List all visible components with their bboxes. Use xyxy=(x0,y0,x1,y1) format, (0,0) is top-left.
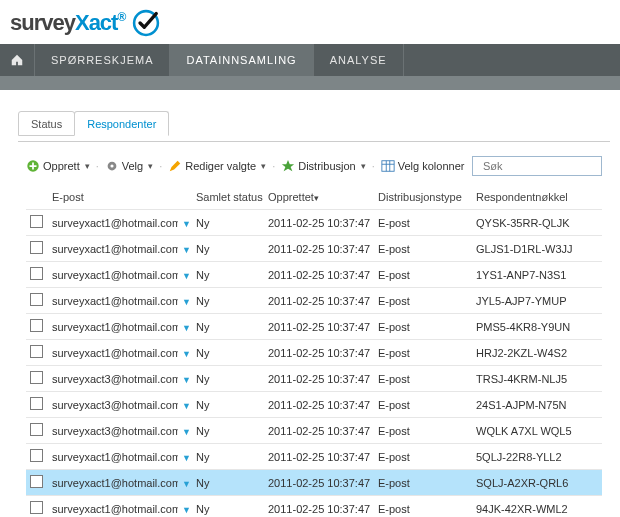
row-checkbox[interactable] xyxy=(30,501,43,514)
table-row[interactable]: surveyxact1@hotmail.com▼Ny2011-02-25 10:… xyxy=(26,496,602,518)
cell-email: surveyxact1@hotmail.com xyxy=(48,236,178,262)
col-opprettet[interactable]: Opprettet▾ xyxy=(264,186,374,210)
cell-status: Ny xyxy=(192,262,264,288)
opprett-button[interactable]: Opprett xyxy=(26,159,90,173)
col-status[interactable]: Samlet status xyxy=(192,186,264,210)
logo-text: surveyXact® xyxy=(10,10,125,36)
row-checkbox[interactable] xyxy=(30,423,43,436)
cell-status: Ny xyxy=(192,496,264,518)
row-menu-icon[interactable]: ▼ xyxy=(182,375,191,385)
table-row[interactable]: surveyxact1@hotmail.com▼Ny2011-02-25 10:… xyxy=(26,314,602,340)
cell-status: Ny xyxy=(192,392,264,418)
distribusjon-label: Distribusjon xyxy=(298,160,355,172)
table-row[interactable]: surveyxact1@hotmail.com▼Ny2011-02-25 10:… xyxy=(26,262,602,288)
tabs: Status Respondenter xyxy=(18,110,610,135)
row-checkbox[interactable] xyxy=(30,345,43,358)
cell-status: Ny xyxy=(192,418,264,444)
row-menu-icon[interactable]: ▼ xyxy=(182,401,191,411)
star-icon xyxy=(281,159,295,173)
row-checkbox[interactable] xyxy=(30,371,43,384)
main-nav: SPØRRESKJEMA DATAINNSAMLING ANALYSE xyxy=(0,44,620,76)
table-row[interactable]: surveyxact3@hotmail.com▼Ny2011-02-25 10:… xyxy=(26,418,602,444)
cell-status: Ny xyxy=(192,210,264,236)
pencil-icon xyxy=(168,159,182,173)
opprett-label: Opprett xyxy=(43,160,80,172)
nav-analyse[interactable]: ANALYSE xyxy=(314,44,404,76)
cell-email: surveyxact3@hotmail.com xyxy=(48,418,178,444)
cell-email: surveyxact3@hotmail.com xyxy=(48,366,178,392)
table-row[interactable]: surveyxact1@hotmail.com▼Ny2011-02-25 10:… xyxy=(26,444,602,470)
row-menu-icon[interactable]: ▼ xyxy=(182,453,191,463)
cell-dist: E-post xyxy=(374,444,472,470)
cell-key: TRSJ-4KRM-NLJ5 xyxy=(472,366,602,392)
row-checkbox[interactable] xyxy=(30,267,43,280)
cell-status: Ny xyxy=(192,340,264,366)
sort-desc-icon: ▾ xyxy=(314,193,319,203)
velg-kolonner-button[interactable]: Velg kolonner xyxy=(381,159,465,173)
search-box[interactable] xyxy=(472,156,602,176)
tab-status[interactable]: Status xyxy=(18,111,75,136)
table-row[interactable]: surveyxact1@hotmail.com▼Ny2011-02-25 10:… xyxy=(26,210,602,236)
rediger-label: Rediger valgte xyxy=(185,160,256,172)
row-menu-icon[interactable]: ▼ xyxy=(182,479,191,489)
row-checkbox[interactable] xyxy=(30,319,43,332)
logo-reg: ® xyxy=(117,10,125,24)
search-input[interactable] xyxy=(481,159,620,173)
logo-part1: survey xyxy=(10,10,75,35)
cell-key: SQLJ-A2XR-QRL6 xyxy=(472,470,602,496)
logo: surveyXact® xyxy=(0,0,620,44)
table-row[interactable]: surveyxact3@hotmail.com▼Ny2011-02-25 10:… xyxy=(26,392,602,418)
row-checkbox[interactable] xyxy=(30,215,43,228)
cell-key: QYSK-35RR-QLJK xyxy=(472,210,602,236)
row-checkbox[interactable] xyxy=(30,293,43,306)
cell-email: surveyxact3@hotmail.com xyxy=(48,392,178,418)
kolonner-label: Velg kolonner xyxy=(398,160,465,172)
row-menu-icon[interactable]: ▼ xyxy=(182,245,191,255)
row-checkbox[interactable] xyxy=(30,449,43,462)
row-menu-icon[interactable]: ▼ xyxy=(182,505,191,515)
home-icon xyxy=(10,53,24,67)
table-row[interactable]: surveyxact1@hotmail.com▼Ny2011-02-25 10:… xyxy=(26,340,602,366)
table-row[interactable]: surveyxact1@hotmail.com▼Ny2011-02-25 10:… xyxy=(26,288,602,314)
row-menu-icon[interactable]: ▼ xyxy=(182,427,191,437)
cell-email: surveyxact1@hotmail.com xyxy=(48,314,178,340)
cell-key: 94JK-42XR-WML2 xyxy=(472,496,602,518)
distribusjon-button[interactable]: Distribusjon xyxy=(281,159,365,173)
cell-dist: E-post xyxy=(374,392,472,418)
row-menu-icon[interactable]: ▼ xyxy=(182,271,191,281)
tab-respondenter[interactable]: Respondenter xyxy=(74,111,169,136)
row-checkbox[interactable] xyxy=(30,475,43,488)
cell-email: surveyxact1@hotmail.com xyxy=(48,288,178,314)
cell-key: GLJS1-D1RL-W3JJ xyxy=(472,236,602,262)
cell-dist: E-post xyxy=(374,366,472,392)
cell-opprettet: 2011-02-25 10:37:47 xyxy=(264,314,374,340)
row-menu-icon[interactable]: ▼ xyxy=(182,297,191,307)
col-dist[interactable]: Distribusjonstype xyxy=(374,186,472,210)
row-checkbox[interactable] xyxy=(30,397,43,410)
cell-opprettet: 2011-02-25 10:37:47 xyxy=(264,210,374,236)
row-checkbox[interactable] xyxy=(30,241,43,254)
cell-status: Ny xyxy=(192,236,264,262)
cell-opprettet: 2011-02-25 10:37:47 xyxy=(264,262,374,288)
cell-opprettet: 2011-02-25 10:37:47 xyxy=(264,418,374,444)
cell-opprettet: 2011-02-25 10:37:47 xyxy=(264,340,374,366)
table-row[interactable]: surveyxact1@hotmail.com▼Ny2011-02-25 10:… xyxy=(26,470,602,496)
nav-datainnsamling[interactable]: DATAINNSAMLING xyxy=(170,44,313,76)
rediger-valgte-button[interactable]: Rediger valgte xyxy=(168,159,266,173)
col-key[interactable]: Respondentnøkkel xyxy=(472,186,602,210)
nav-sporreskjema[interactable]: SPØRRESKJEMA xyxy=(35,44,170,76)
cell-dist: E-post xyxy=(374,236,472,262)
nav-home[interactable] xyxy=(0,44,35,76)
table-row[interactable]: surveyxact3@hotmail.com▼Ny2011-02-25 10:… xyxy=(26,366,602,392)
gear-icon xyxy=(105,159,119,173)
table-header-row: E-post Samlet status Opprettet▾ Distribu… xyxy=(26,186,602,210)
table-row[interactable]: surveyxact1@hotmail.com▼Ny2011-02-25 10:… xyxy=(26,236,602,262)
velg-label: Velg xyxy=(122,160,143,172)
row-menu-icon[interactable]: ▼ xyxy=(182,219,191,229)
row-menu-icon[interactable]: ▼ xyxy=(182,323,191,333)
row-menu-icon[interactable]: ▼ xyxy=(182,349,191,359)
col-email[interactable]: E-post xyxy=(48,186,178,210)
svg-rect-4 xyxy=(382,161,394,172)
velg-button[interactable]: Velg xyxy=(105,159,153,173)
cell-dist: E-post xyxy=(374,262,472,288)
